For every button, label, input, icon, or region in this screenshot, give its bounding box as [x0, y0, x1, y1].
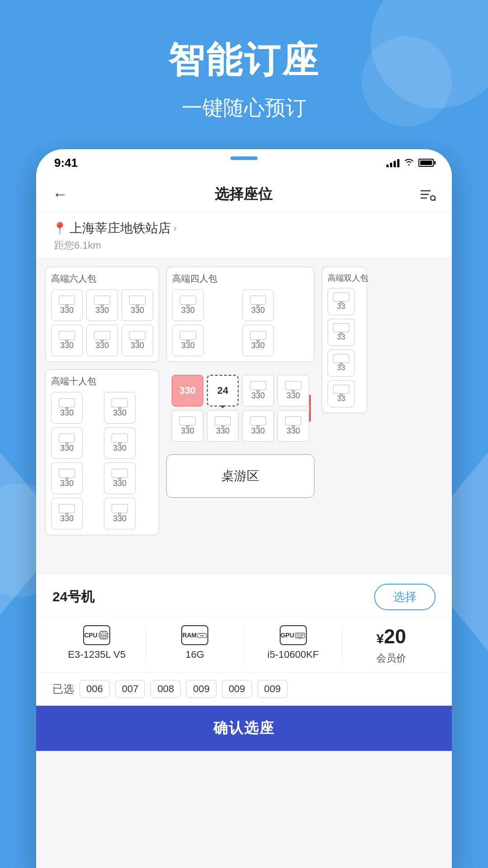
location-chevron-icon: › [174, 222, 177, 234]
seat-330-3[interactable]: 330 [122, 289, 153, 321]
seat-10-7[interactable]: 330 [51, 498, 83, 529]
price-value: ¥20 [376, 625, 406, 648]
specs-row: CPU E3-1235L V5 RAM [36, 618, 452, 673]
svg-text:GPU: GPU [298, 637, 302, 639]
seat-4-4[interactable]: 330 [242, 325, 274, 356]
svg-rect-26 [297, 634, 299, 637]
room-2-label: 高端双人包 [328, 273, 361, 283]
phone-mockup: 9:41 ← 选择座位 [36, 149, 452, 868]
status-icons [386, 158, 434, 168]
signal-icon [386, 158, 399, 167]
seat-r-5[interactable]: 330 [172, 410, 203, 442]
seat-2-1[interactable]: 33 [328, 288, 355, 315]
spec-divider-1 [145, 625, 146, 665]
seat-tag-009-1[interactable]: 009 [186, 680, 216, 698]
svg-line-4 [435, 199, 436, 201]
machine-info-row: 24号机 选择 [36, 575, 452, 618]
room-6-box: 高端六人包 330 330 330 [45, 267, 159, 362]
wifi-icon [404, 158, 414, 168]
seat-10-8[interactable]: 330 [104, 498, 136, 529]
machine-name: 24号机 [52, 588, 94, 606]
price-symbol: ¥ [376, 631, 384, 646]
room-6-grid: 330 330 330 330 [51, 289, 153, 356]
seat-10-3[interactable]: 330 [51, 427, 83, 459]
gpu-value: i5-10600KF [267, 649, 319, 660]
nav-bar: ← 选择座位 [36, 176, 452, 212]
seat-10-4[interactable]: 330 [104, 427, 136, 459]
battery-icon [418, 159, 434, 167]
seat-330-6[interactable]: 330 [122, 325, 153, 356]
room-10-left-grid: 330 330 330 330 [51, 392, 153, 529]
room-6-label: 高端六人包 [51, 273, 153, 285]
room-10-label: 高端十人包 [51, 375, 153, 387]
seat-10-5[interactable]: 330 [51, 462, 83, 494]
spec-divider-3 [342, 625, 343, 665]
filter-search-icon[interactable] [419, 188, 436, 201]
seat-2-2[interactable]: 33 [328, 319, 355, 346]
seat-r-8[interactable]: 330 [277, 410, 309, 442]
seat-r-4[interactable]: 330 [277, 375, 309, 406]
price-label: 会员价 [376, 651, 406, 665]
seat-r-6[interactable]: 330 [207, 410, 239, 442]
bottom-panel: 24号机 选择 [36, 574, 452, 751]
notch-pill [230, 156, 258, 160]
location-bar[interactable]: 📍 上海莘庄地铁站店 › 距您6.1km [36, 212, 452, 258]
spec-divider-2 [244, 625, 244, 665]
ram-icon: RAM [181, 625, 208, 645]
ram-value: 16G [186, 649, 205, 660]
board-game-label: 桌游区 [221, 469, 259, 483]
seat-occupied-330[interactable]: 330 [172, 375, 203, 406]
seat-tag-008[interactable]: 008 [150, 680, 181, 698]
gpu-spec: GPU i5-10600KF [249, 625, 338, 660]
seat-r-7[interactable]: 330 [242, 410, 274, 442]
seat-4-1[interactable]: 330 [172, 289, 204, 321]
seat-10-1[interactable]: 330 [51, 392, 83, 424]
room-4-label: 高端四人包 [172, 273, 309, 285]
hero-section: 智能订座 一键随心预订 [0, 36, 488, 122]
seat-selected-24[interactable]: 24 [207, 375, 239, 406]
svg-text:RAM: RAM [200, 635, 204, 637]
seat-330-2[interactable]: 330 [86, 289, 118, 321]
cpu-value: E3-1235L V5 [68, 649, 126, 660]
room-2-box: 高端双人包 33 33 33 [322, 267, 367, 413]
seat-10-6[interactable]: 330 [104, 462, 136, 494]
svg-text:CPU: CPU [101, 635, 106, 637]
seat-tag-007[interactable]: 007 [115, 680, 145, 698]
status-time: 9:41 [54, 156, 78, 170]
selected-label: 已选 [52, 682, 74, 696]
scroll-indicator [309, 395, 311, 422]
gpu-icon: GPU [280, 625, 307, 645]
back-button[interactable]: ← [52, 185, 68, 203]
location-text: 上海莘庄地铁站店 [70, 220, 171, 237]
board-game-area[interactable]: 桌游区 [166, 454, 314, 498]
seat-10-2[interactable]: 330 [104, 392, 136, 424]
location-name[interactable]: 📍 上海莘庄地铁站店 › [52, 220, 436, 237]
hero-title: 智能订座 [0, 36, 488, 85]
cpu-icon: CPU [83, 625, 110, 645]
price-item: ¥20 会员价 [347, 625, 436, 665]
hero-subtitle: 一键随心预订 [0, 94, 488, 122]
cpu-spec: CPU E3-1235L V5 [52, 625, 141, 660]
seat-tag-006[interactable]: 006 [80, 680, 110, 698]
room-4-box: 高端四人包 330 330 330 [166, 267, 314, 362]
seat-r-3[interactable]: 330 [242, 375, 274, 406]
seat-tag-009-2[interactable]: 009 [222, 680, 252, 698]
confirm-button[interactable]: 确认选座 [36, 706, 452, 751]
seat-4-2[interactable]: 330 [242, 289, 274, 321]
seat-tag-009-3[interactable]: 009 [258, 680, 288, 698]
seat-map-scroll: 高端六人包 330 330 330 [45, 267, 443, 574]
seat-330-1[interactable]: 330 [51, 289, 83, 321]
seat-map-container[interactable]: 高端六人包 330 330 330 [36, 258, 452, 574]
seat-4-3[interactable]: 330 [172, 325, 204, 356]
selected-seats-row: 已选 006 007 008 009 009 009 [36, 673, 452, 706]
seat-2-3[interactable]: 33 [328, 349, 355, 377]
select-button[interactable]: 选择 [374, 584, 436, 610]
room-2-grid: 33 33 33 33 [328, 288, 361, 407]
location-distance: 距您6.1km [52, 239, 436, 252]
room-10-left-box: 高端十人包 330 330 330 [45, 369, 159, 535]
seat-330-4[interactable]: 330 [51, 325, 83, 356]
seat-330-5[interactable]: 330 [86, 325, 118, 356]
seat-2-4[interactable]: 33 [328, 380, 355, 407]
ram-spec: RAM 16G [150, 625, 239, 660]
room-10-right-seats: 330 24 330 330 [166, 369, 314, 447]
